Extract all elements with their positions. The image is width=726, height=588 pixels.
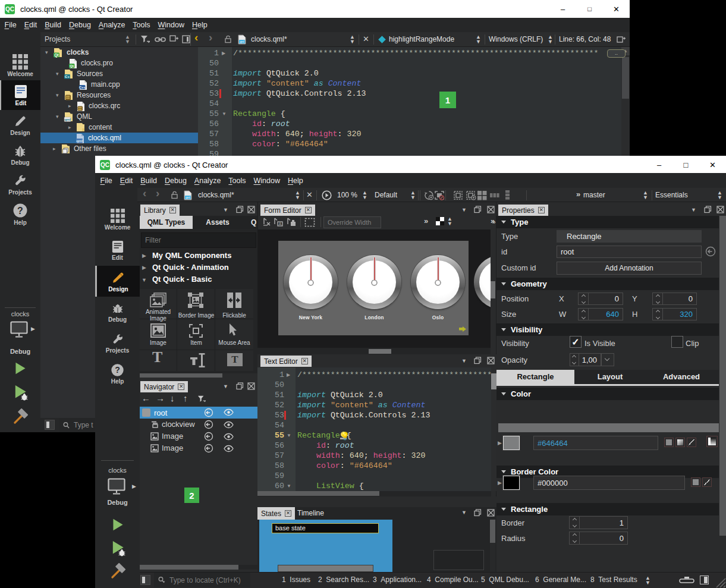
svg-text:C+: C+ [65,75,70,78]
svg-text:Qt: Qt [54,53,59,58]
svg-text:qml: qml [64,118,71,121]
svg-text:A: A [279,222,282,226]
svg-text:C++: C++ [79,85,86,89]
svg-text:qml: qml [76,139,83,143]
svg-text:qml: qml [240,40,244,43]
svg-text:Qt: Qt [70,64,74,68]
svg-text:?: ? [17,205,23,215]
